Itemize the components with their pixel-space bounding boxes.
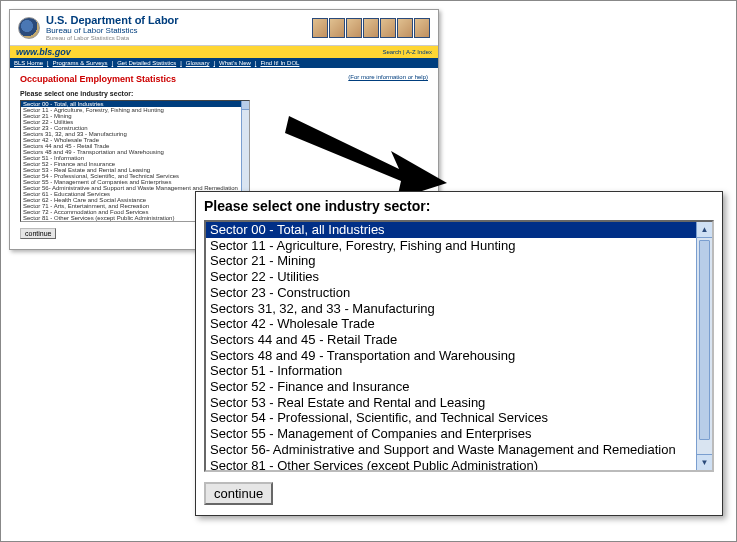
dept-title: U.S. Department of Labor [46,14,179,26]
sector-option[interactable]: Sector 42 - Wholesale Trade [206,316,696,332]
url-bar: www.bls.gov Search | A-Z Index [10,46,438,58]
continue-button[interactable]: continue [204,482,273,505]
sector-option[interactable]: Sector 54 - Professional, Scientific, an… [206,410,696,426]
nav-link[interactable]: Glossary [186,60,210,66]
nav-bar: BLS Home | Programs & Surveys | Get Deta… [10,58,438,68]
sector-option[interactable]: Sector 11 - Agriculture, Forestry, Fishi… [206,238,696,254]
photo-thumb [414,18,430,38]
photo-thumb [380,18,396,38]
nav-link[interactable]: BLS Home [14,60,43,66]
nav-link[interactable]: Find It! In DOL [260,60,299,66]
site-url: www.bls.gov [16,47,71,57]
nav-link[interactable]: Programs & Surveys [53,60,108,66]
dol-seal-icon [18,17,40,39]
photo-thumb [363,18,379,38]
sector-option[interactable]: Sector 81 - Other Services (except Publi… [206,458,696,472]
sector-option[interactable]: Sector 56- Administrative and Support an… [206,442,696,458]
continue-button-small[interactable]: continue [20,228,56,239]
scrollbar[interactable]: ▲ ▼ [696,222,712,470]
sector-option[interactable]: Sectors 31, 32, and 33 - Manufacturing [206,301,696,317]
search-link[interactable]: Search | A-Z Index [382,49,432,55]
sector-popup: Please select one industry sector: Secto… [195,191,723,516]
sector-option[interactable]: Sectors 44 and 45 - Retail Trade [206,332,696,348]
popup-prompt: Please select one industry sector: [204,198,714,214]
sector-option[interactable]: Sector 53 - Real Estate and Rental and L… [206,395,696,411]
sector-option[interactable]: Sector 55 - Management of Companies and … [206,426,696,442]
bureau-name: Bureau of Labor Statistics [46,26,179,35]
sector-prompt: Please select one industry sector: [20,90,428,97]
help-link[interactable]: (For more information or help) [348,74,428,84]
page-title-row: Occupational Employment Statistics (For … [20,74,428,84]
sector-option[interactable]: Sector 00 - Total, all Industries [206,222,696,238]
sector-listbox[interactable]: Sector 00 - Total, all IndustriesSector … [204,220,714,472]
bureau-subtitle: Bureau of Labor Statistics Data [46,35,179,41]
scroll-down-icon[interactable]: ▼ [697,454,712,470]
page-title: Occupational Employment Statistics [20,74,176,84]
photo-thumb [346,18,362,38]
sector-option[interactable]: Sector 22 - Utilities [206,269,696,285]
header-photos [312,18,430,38]
sector-option[interactable]: Sector 21 - Mining [206,253,696,269]
nav-link[interactable]: What's New [219,60,251,66]
photo-thumb [329,18,345,38]
sector-option[interactable]: Sector 51 - Information [206,363,696,379]
sector-option[interactable]: Sectors 48 and 49 - Transportation and W… [206,348,696,364]
nav-link[interactable]: Get Detailed Statistics [117,60,176,66]
photo-thumb [397,18,413,38]
header-titles: U.S. Department of Labor Bureau of Labor… [46,14,179,41]
sector-option[interactable]: Sector 23 - Construction [206,285,696,301]
photo-thumb [312,18,328,38]
scroll-thumb[interactable] [699,240,710,440]
header: U.S. Department of Labor Bureau of Labor… [10,10,438,46]
sector-option[interactable]: Sector 52 - Finance and Insurance [206,379,696,395]
scroll-up-icon[interactable]: ▲ [697,222,712,238]
